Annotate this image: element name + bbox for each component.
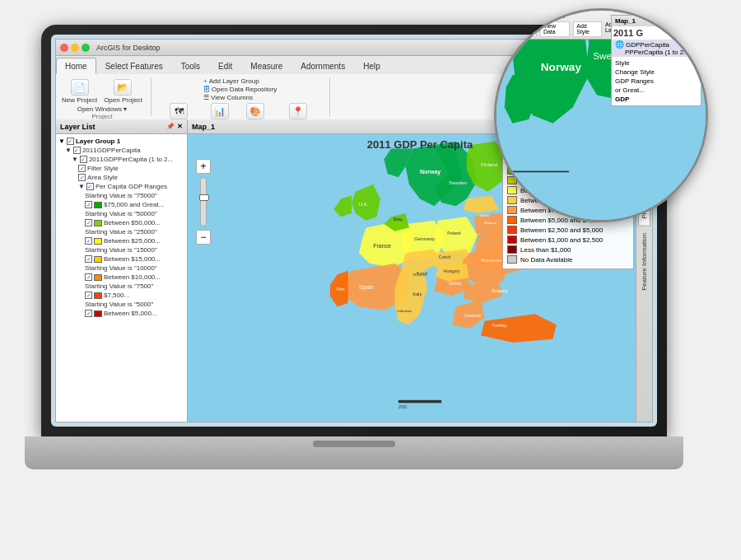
range-item: Starting Value is "75000" [58, 191, 184, 200]
range-label: Between $25,000... [104, 237, 161, 245]
range-item: $7,500... [58, 291, 184, 300]
svg-text:Port.: Port. [337, 287, 346, 292]
range-label: Starting Value is "7500" [85, 282, 153, 290]
window-title: ArcGIS for Desktop [96, 44, 161, 52]
greater-item[interactable]: or Great... [613, 86, 699, 95]
area-checkbox[interactable] [78, 174, 86, 181]
range-item: Between $15,000... [58, 254, 184, 264]
gdp-layer-row: 🌐 GDPPerCapita [615, 40, 697, 49]
layer-gdp: ▼ 2011GDPPerCapita [58, 146, 184, 155]
tab-tools[interactable]: Tools [172, 58, 209, 74]
zoom-in-button[interactable]: + [196, 159, 211, 174]
sublayer-checkbox[interactable] [80, 156, 87, 163]
gdp-ranges-item[interactable]: GDP Ranges [613, 77, 699, 86]
legend-label: Less than $1,000 [520, 246, 571, 254]
svg-rect-26 [398, 400, 441, 403]
range-color-swatch [94, 220, 102, 226]
open-windows-button[interactable]: Open Windows ▾ [77, 105, 127, 113]
add-layer-group-button[interactable]: + Add Layer Group [203, 77, 277, 85]
group-expand-icon[interactable]: ▼ [58, 138, 65, 145]
view-columns-button[interactable]: ☰ View Columns [203, 94, 277, 101]
feature-info-tab[interactable]: Feature Information [639, 226, 650, 297]
gdp-heading-short: 2011 G [612, 26, 701, 40]
layer-expand-icon[interactable]: ▼ [65, 147, 72, 154]
svg-text:Spain: Spain [359, 284, 374, 291]
svg-text:Italy: Italy [412, 291, 422, 296]
range-checkbox[interactable] [85, 292, 92, 299]
svg-text:Turkey: Turkey [492, 322, 507, 328]
range-label: Starting Value is "5000" [85, 301, 153, 308]
filter-label: Filter Style [87, 165, 119, 172]
close-btn[interactable] [60, 44, 68, 52]
layer-panel-title: Layer List [60, 123, 96, 131]
panel-close-icon[interactable]: ✕ [177, 123, 183, 130]
range-checkbox[interactable] [85, 219, 92, 226]
view-data-mag-btn[interactable]: View Data [540, 21, 570, 37]
change-style-item[interactable]: Change Style [613, 68, 699, 77]
range-label: Starting Value is "15000" [85, 246, 157, 254]
layer-group-1: ▼ Layer Group 1 [58, 137, 184, 146]
svg-text:200: 200 [398, 404, 408, 409]
measure-tab-magnified[interactable]: Measure [539, 12, 565, 20]
filter-checkbox[interactable] [78, 165, 86, 172]
range-checkbox[interactable] [85, 310, 92, 317]
range-item: Between $10,000... [58, 273, 184, 282]
tab-edit[interactable]: Edit [209, 58, 241, 74]
edit-tab-magnified[interactable]: Edit [522, 12, 534, 20]
add-layers-mag-btn[interactable]: Add Layers ▾ [500, 21, 537, 37]
tools-tab-magnified[interactable]: Tools [500, 12, 515, 20]
range-checkbox[interactable] [85, 201, 92, 208]
range-color-swatch [94, 202, 102, 208]
sublayer-expand-icon[interactable]: ▼ [72, 156, 78, 163]
range-label: Starting Value is "75000" [85, 192, 157, 199]
range-label: $75,000 and Great... [104, 201, 164, 208]
layer-label: 2011GDPPerCapita [82, 147, 141, 154]
add-style-mag-btn[interactable]: Add Style [573, 21, 602, 37]
ranges-expand-icon[interactable]: ▼ [78, 183, 85, 190]
new-project-button[interactable]: 📄 New Project [60, 77, 99, 105]
minimize-btn[interactable] [71, 44, 79, 52]
range-items: Starting Value is "75000"$75,000 and Gre… [58, 191, 184, 318]
zoom-out-button[interactable]: − [196, 230, 211, 245]
add-layers-icon: 🗺 [170, 103, 188, 119]
maximize-btn[interactable] [82, 44, 90, 52]
gdp-item[interactable]: GDP [613, 95, 699, 104]
ranges-checkbox[interactable] [86, 183, 94, 190]
style-item[interactable]: Style [613, 58, 699, 68]
range-checkbox[interactable] [85, 273, 92, 281]
project-buttons: 📄 New Project 📂 Open Project [60, 77, 144, 105]
open-project-button[interactable]: 📂 Open Project [102, 77, 144, 105]
laptop: ArcGIS for Desktop Home Select Features … [41, 25, 683, 502]
tab-help[interactable]: Help [354, 58, 389, 74]
tab-select-features[interactable]: Select Features [96, 58, 172, 74]
range-checkbox[interactable] [85, 255, 92, 263]
open-data-repo-button[interactable]: 🗄 Open Data Repository [203, 86, 277, 93]
map-heading: 2011 GDP Per Capita [367, 138, 473, 151]
zoom-controls: + − [196, 159, 211, 245]
gdp-menu: Style Change Style GDP Ranges or Great..… [612, 57, 701, 105]
layer-checkbox[interactable] [73, 147, 81, 154]
group-checkbox[interactable] [67, 138, 74, 145]
panel-pin-icon[interactable]: 📌 [166, 123, 175, 130]
legend-item: Between $1,000 and $2,500 [507, 235, 629, 245]
range-item: Starting Value is "5000" [58, 300, 184, 309]
legend-label: No Data Available [520, 256, 572, 264]
gdp-panel-overlay: Map_1 ✕ 2011 G 🌐 GDPPerCapita PPPerCapit… [611, 15, 701, 106]
svg-text:Finland: Finland [481, 161, 497, 167]
legend-item: Between $2,500 and $5,000 [507, 225, 629, 235]
svg-text:Norway: Norway [420, 169, 440, 175]
tab-adornments[interactable]: Adornments [291, 58, 354, 74]
zoom-handle[interactable] [199, 194, 209, 201]
legend-label: Between $2,500 and $5,000 [520, 226, 603, 234]
zoom-slider[interactable] [200, 177, 207, 226]
tab-home[interactable]: Home [56, 58, 96, 74]
range-item: $75,000 and Great... [58, 200, 184, 209]
svg-text:France: France [373, 243, 391, 249]
sublayer-gdp: ▼ 2011GDPPerCapita (1 to 2... [58, 155, 184, 164]
gdp-panel-layer[interactable]: 🌐 GDPPerCapita PPPerCapita (1 to 2... [612, 40, 701, 57]
range-color-swatch [94, 256, 102, 263]
view-data-icon: 📊 [211, 103, 229, 119]
range-checkbox[interactable] [85, 237, 92, 245]
tab-measure[interactable]: Measure [241, 58, 291, 74]
add-style-icon: 🎨 [246, 103, 264, 119]
